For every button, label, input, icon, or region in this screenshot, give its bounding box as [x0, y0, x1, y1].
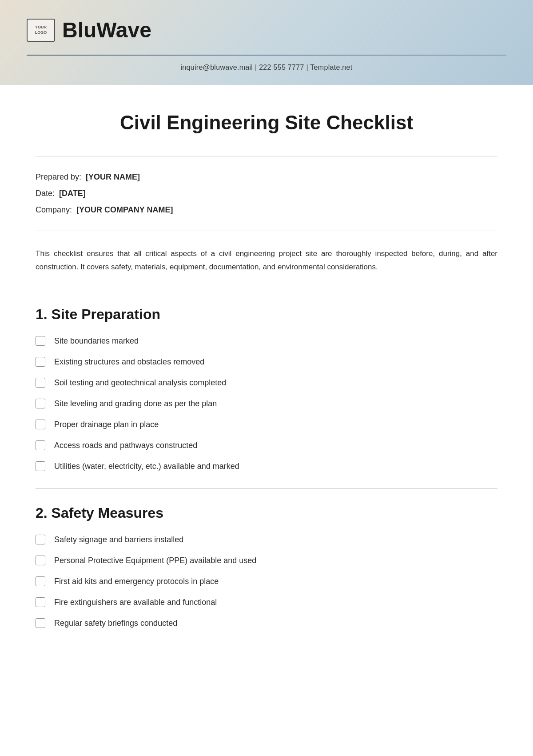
safety-measures-list: Safety signage and barriers installedPer…	[36, 534, 497, 629]
checkbox[interactable]	[36, 336, 45, 346]
item-text: Site leveling and grading done as per th…	[54, 398, 217, 410]
company-label: Company:	[36, 205, 72, 214]
item-text: Soil testing and geotechnical analysis c…	[54, 377, 226, 389]
list-item[interactable]: Regular safety briefings conducted	[36, 617, 497, 629]
checkbox[interactable]	[36, 618, 45, 628]
item-text: Personal Protective Equipment (PPE) avai…	[54, 555, 256, 567]
checkbox[interactable]	[36, 440, 45, 450]
meta-company: Company: [YOUR COMPANY NAME]	[36, 205, 497, 215]
list-item[interactable]: Personal Protective Equipment (PPE) avai…	[36, 555, 497, 567]
list-item[interactable]: Proper drainage plan in place	[36, 419, 497, 431]
checkbox[interactable]	[36, 399, 45, 408]
item-text: Safety signage and barriers installed	[54, 534, 183, 546]
meta-section: Prepared by: [YOUR NAME] Date: [DATE] Co…	[36, 172, 497, 215]
item-text: Proper drainage plan in place	[54, 419, 159, 431]
description-section: This checklist ensures that all critical…	[36, 247, 497, 274]
company-name: BluWave	[62, 18, 151, 42]
logo-text-line1: YOUR	[35, 25, 47, 30]
meta-date: Date: [DATE]	[36, 189, 497, 198]
item-text: Site boundaries marked	[54, 335, 139, 347]
date-value: [DATE]	[59, 189, 86, 198]
section1-divider	[36, 488, 497, 489]
item-text: First aid kits and emergency protocols i…	[54, 576, 219, 588]
meta-divider	[36, 231, 497, 231]
main-content: Civil Engineering Site Checklist Prepare…	[0, 85, 533, 756]
meta-prepared-by: Prepared by: [YOUR NAME]	[36, 172, 497, 182]
header-divider	[27, 55, 506, 56]
section-1-heading: 1. Site Preparation	[36, 306, 497, 323]
title-divider	[36, 156, 497, 156]
section-site-preparation: 1. Site Preparation Site boundaries mark…	[36, 306, 497, 472]
logo-text-line2: LOGO	[35, 30, 47, 36]
list-item[interactable]: Access roads and pathways constructed	[36, 440, 497, 452]
item-text: Fire extinguishers are available and fun…	[54, 596, 217, 608]
checkbox[interactable]	[36, 420, 45, 429]
list-item[interactable]: Site boundaries marked	[36, 335, 497, 347]
prepared-by-value: [YOUR NAME]	[86, 172, 140, 181]
list-item[interactable]: Fire extinguishers are available and fun…	[36, 596, 497, 608]
item-text: Existing structures and obstacles remove…	[54, 356, 204, 368]
date-label: Date:	[36, 189, 55, 198]
prepared-by-label: Prepared by:	[36, 172, 81, 181]
site-preparation-list: Site boundaries markedExisting structure…	[36, 335, 497, 472]
list-item[interactable]: First aid kits and emergency protocols i…	[36, 576, 497, 588]
checkbox[interactable]	[36, 556, 45, 565]
desc-divider	[36, 290, 497, 290]
item-text: Access roads and pathways constructed	[54, 440, 197, 452]
header-contact: inquire@bluwave.mail | 222 555 7777 | Te…	[27, 64, 506, 72]
item-text: Utilities (water, electricity, etc.) ava…	[54, 460, 239, 472]
checkbox[interactable]	[36, 597, 45, 607]
description-text: This checklist ensures that all critical…	[36, 247, 497, 274]
checkbox[interactable]	[36, 461, 45, 471]
page-wrapper: YOUR LOGO BluWave inquire@bluwave.mail |…	[0, 0, 533, 756]
section-2-heading: 2. Safety Measures	[36, 505, 497, 521]
checkbox[interactable]	[36, 378, 45, 388]
section-safety-measures: 2. Safety Measures Safety signage and ba…	[36, 505, 497, 629]
list-item[interactable]: Utilities (water, electricity, etc.) ava…	[36, 460, 497, 472]
company-value: [YOUR COMPANY NAME]	[76, 205, 173, 214]
checkbox[interactable]	[36, 535, 45, 544]
logo-row: YOUR LOGO BluWave	[27, 18, 151, 42]
list-item[interactable]: Safety signage and barriers installed	[36, 534, 497, 546]
logo-box: YOUR LOGO	[27, 19, 55, 42]
item-text: Regular safety briefings conducted	[54, 617, 177, 629]
header: YOUR LOGO BluWave inquire@bluwave.mail |…	[0, 0, 533, 85]
list-item[interactable]: Soil testing and geotechnical analysis c…	[36, 377, 497, 389]
checkbox[interactable]	[36, 357, 45, 367]
list-item[interactable]: Site leveling and grading done as per th…	[36, 398, 497, 410]
checkbox[interactable]	[36, 576, 45, 586]
document-title: Civil Engineering Site Checklist	[36, 112, 497, 134]
list-item[interactable]: Existing structures and obstacles remove…	[36, 356, 497, 368]
